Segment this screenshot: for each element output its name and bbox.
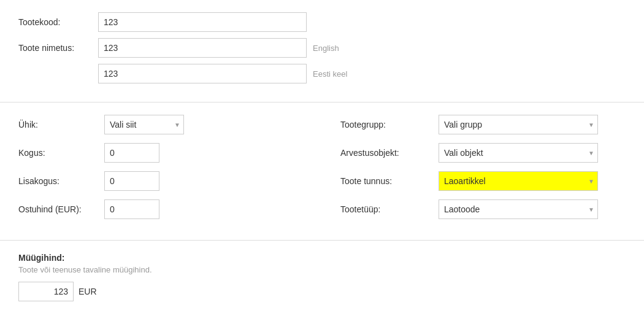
tootegrupp-select[interactable]: Vali grupp — [439, 115, 598, 134]
toote-nimetus-et-input[interactable] — [98, 64, 307, 83]
tootetyyp-label: Tootetüüp: — [340, 204, 439, 214]
uhik-label: Ühik: — [18, 120, 104, 129]
kogus-input[interactable] — [104, 143, 159, 163]
tootetyyp-select-wrapper: Laotoode ▼ — [439, 199, 598, 219]
tootegrupp-label: Tootegrupp: — [340, 120, 439, 129]
toote-tunnus-select-wrapper: Laoartikkel ▼ — [439, 171, 598, 191]
ostuhind-row: Ostuhind (EUR): — [18, 199, 304, 219]
uhik-select-wrapper: Vali siit ▼ — [104, 115, 184, 134]
english-lang-label: English — [313, 44, 339, 53]
arvestusobjekt-label: Arvestusobjekt: — [340, 148, 439, 158]
tootegrupp-row: Tootegrupp: Vali grupp ▼ — [340, 115, 626, 134]
tootetyyp-select[interactable]: Laotoode — [439, 199, 598, 219]
arvestusobjekt-select-wrapper: Vali objekt ▼ — [439, 143, 598, 163]
uhik-select[interactable]: Vali siit — [104, 115, 184, 134]
lisakogus-label: Lisakogus: — [18, 176, 104, 186]
lisakogus-row: Lisakogus: — [18, 171, 304, 191]
eesti-keel-lang-label: Eesti keel — [313, 69, 347, 79]
toote-tunnus-row: Toote tunnus: Laoartikkel ▼ — [340, 171, 626, 191]
toote-tunnus-select[interactable]: Laoartikkel — [439, 171, 598, 191]
mygihind-title: Müügihind: — [18, 253, 626, 263]
mygihind-description: Toote või teenuse tavaline müügihind. — [18, 265, 626, 274]
tootegrupp-select-wrapper: Vali grupp ▼ — [439, 115, 598, 134]
currency-label: EUR — [79, 287, 97, 296]
toote-nimetus-row-en: Toote nimetus: English — [18, 38, 626, 58]
price-row: EUR — [18, 282, 626, 301]
section-product-details: Ühik: Vali siit ▼ Kogus: Lisakogus: Ostu… — [0, 102, 644, 240]
toote-nimetus-row-et: Eesti keel — [98, 64, 626, 83]
section-product-info: Tootekood: Toote nimetus: English Eesti … — [0, 0, 644, 102]
tootetyyp-row: Tootetüüp: Laotoode ▼ — [340, 199, 626, 219]
toote-nimetus-label: Toote nimetus: — [18, 43, 98, 53]
price-input[interactable] — [18, 282, 74, 301]
toote-nimetus-en-input[interactable] — [98, 38, 307, 58]
toote-tunnus-label: Toote tunnus: — [340, 176, 439, 186]
tootekood-input[interactable] — [98, 12, 307, 32]
tootekood-label: Tootekood: — [18, 17, 98, 27]
ostuhind-label: Ostuhind (EUR): — [18, 204, 104, 214]
section-mygihind: Müügihind: Toote või teenuse tavaline mü… — [0, 241, 644, 313]
right-column: Tootegrupp: Vali grupp ▼ Arvestusobjekt:… — [328, 115, 626, 228]
arvestusobjekt-row: Arvestusobjekt: Vali objekt ▼ — [340, 143, 626, 163]
tootekood-row: Tootekood: — [18, 12, 626, 32]
kogus-row: Kogus: — [18, 143, 304, 163]
uhik-row: Ühik: Vali siit ▼ — [18, 115, 304, 134]
kogus-label: Kogus: — [18, 148, 104, 158]
lisakogus-input[interactable] — [104, 171, 159, 191]
left-column: Ühik: Vali siit ▼ Kogus: Lisakogus: Ostu… — [18, 115, 328, 228]
ostuhind-input[interactable] — [104, 199, 159, 219]
arvestusobjekt-select[interactable]: Vali objekt — [439, 143, 598, 163]
